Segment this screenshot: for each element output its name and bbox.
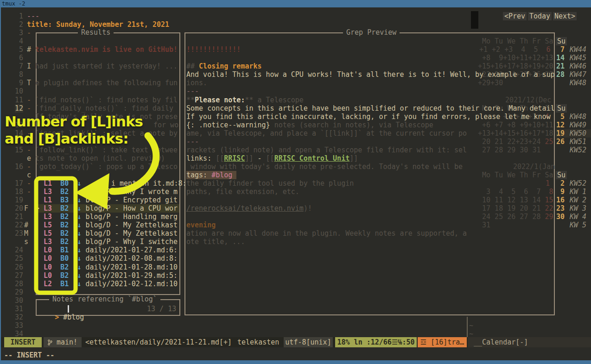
results-bleed-line: `find_notes()` : find notes by fil — [35, 96, 178, 104]
text-segment: 14 — [556, 54, 565, 62]
calendar-sunday-date[interactable]: 30 — [556, 213, 565, 221]
preview-line: links: [[RRISC]] - [[RRISC Control Unit]… — [186, 154, 358, 163]
results-entry[interactable]: L5 B2 ↓ blog/D - My Zettelkast — [35, 221, 178, 229]
calendar-ghost-week-row: +15+16+17+18+19+20 — [478, 62, 553, 70]
results-entry[interactable]: L2 B1 ↓ daily/2021-02-12.md:10 — [35, 280, 178, 288]
text-segment — [232, 171, 236, 179]
text-segment: telekasten.nvim is live on GitHub! — [35, 45, 178, 54]
cmdline-mode-text: -- INSERT -- — [4, 351, 54, 359]
calendar-prev-button[interactable]: <Prev — [503, 12, 527, 20]
text-segment: evening — [186, 221, 216, 229]
text-segment: KW47 — [570, 70, 586, 79]
text-segment: T — [27, 79, 31, 87]
text-segment — [69, 221, 77, 229]
tmux-bottom-border — [0, 360, 591, 364]
text-segment — [52, 221, 60, 229]
calendar-buffer-label: __Calendar[-] — [474, 337, 528, 347]
results-bleed-line: telekasten.nvim is live on GitHub! — [35, 45, 178, 54]
entry-caret — [35, 188, 44, 196]
results-entry[interactable]: L3 B2 ↓ blog/P - Why I switche — [35, 238, 178, 246]
preview-line: --- — [186, 138, 199, 146]
gutter-ghost-char: - — [27, 104, 31, 113]
backlinks-count: B2 — [60, 204, 69, 213]
results-entry[interactable]: L1 B3 ↓ blog/P - Encrypted git — [35, 196, 178, 204]
calendar-week-number: KW51 — [570, 138, 586, 146]
preview-line: --- — [186, 87, 199, 95]
results-bleed-line: had just started it yesterday! ... — [35, 62, 178, 70]
links-count: L3 — [44, 204, 52, 213]
results-entry[interactable]: L0 B0 ↓ daily/2021-02-08.md:8: — [35, 254, 178, 263]
calendar-sunday-date[interactable]: 5 — [556, 113, 565, 121]
results-entry[interactable]: > L3 B2 ↓ blog/P - How a CPU wor — [35, 204, 178, 213]
entry-caret — [35, 280, 44, 288]
entry-name: blog/P - Encrypted git — [85, 196, 178, 204]
links-count: L0 — [44, 263, 52, 271]
text-segment: KW51 — [570, 138, 586, 146]
calendar-sunday-date[interactable]: 9 — [556, 188, 565, 196]
text-segment: #blog — [211, 171, 232, 179]
gutter-number: 29 — [2, 288, 23, 296]
text-segment — [69, 179, 77, 188]
gutter-number: 7 — [2, 62, 23, 70]
down-arrow-icon: ↓ — [77, 213, 81, 221]
gutter-number: 1 — [2, 12, 23, 20]
results-bleed-line: for wo — [153, 121, 178, 129]
prompt-query-input[interactable]: #blog — [63, 313, 84, 321]
links-count: L3 — [44, 188, 52, 196]
results-entry[interactable]: L0 B2 ↓ daily/2021-01-29.md:5: — [35, 271, 178, 280]
calendar-sunday-date[interactable]: 14 — [556, 54, 565, 62]
backlinks-count: B2 — [60, 213, 69, 221]
results-entry[interactable]: L5 B2 ↓ blog/D - My Zettelkast — [35, 229, 178, 238]
results-entry[interactable]: L0 B1 ↓ daily/2021-01-27.md:6: — [35, 246, 178, 254]
text-segment: 1 — [19, 12, 23, 20]
calendar-week-number: KW48 — [570, 113, 586, 121]
results-entry[interactable]: L0 B2 ↓ daily/2021-01-28.md:10 — [35, 263, 178, 271]
prompt-line[interactable]: > #blog — [38, 305, 84, 330]
results-entry[interactable]: L1 B0 ↓ — [35, 179, 81, 188]
gutter-number: 22 — [2, 221, 23, 229]
down-arrow-icon: ↓ — [77, 246, 81, 254]
gutter-number: 23 — [2, 229, 23, 238]
text-segment: 8 — [545, 188, 553, 196]
gutter-number: 2 — [2, 20, 23, 29]
text-segment: 9 — [560, 188, 565, 196]
backlinks-count: B1 — [60, 246, 69, 254]
backlinks-count: B2 — [60, 188, 69, 196]
results-bleed-line: e plugin defines the following fun — [35, 79, 178, 87]
preview-line: And voila! This is how a CPU works! That… — [186, 70, 555, 79]
calendar-sunday-date[interactable]: 23 — [556, 204, 565, 213]
text-segment: KW 1 — [570, 188, 586, 196]
text-segment: 20 21 22+23+24 — [478, 138, 540, 146]
text-segment: 31 — [15, 305, 23, 313]
text-segment — [69, 229, 77, 238]
calendar-sunday-date[interactable]: 19 — [556, 129, 565, 138]
calendar-sunday-date[interactable]: 16 — [556, 196, 565, 204]
calendar-next-button[interactable]: Next> — [553, 12, 577, 20]
calendar-today-button[interactable]: Today — [528, 12, 552, 20]
calendar-sunday-date[interactable]: 26 — [556, 138, 565, 146]
results-entry[interactable]: L3 B2 ↓ blog/P - Handling merg — [35, 213, 178, 221]
gutter-number: 3 — [2, 29, 23, 37]
calendar-sunday-date[interactable]: 12 — [556, 121, 565, 129]
text-segment: Please note: — [195, 96, 245, 104]
entry-caret — [35, 246, 44, 254]
entry-name: daily/2021-01-28.md:10 — [85, 263, 178, 271]
gutter-ghost-char: s — [24, 238, 28, 246]
preview-line: {: .notice--warning} notes (search in no… — [186, 121, 433, 129]
git-branch-icon — [48, 338, 52, 346]
preview-line: If you find this article inaccurate, lac… — [186, 113, 551, 121]
calendar-sunday-date[interactable]: 2 — [556, 179, 565, 188]
calendar-sunday-date[interactable]: 7 — [556, 45, 565, 54]
terminal-screen: tmux -2 <Prev Today Next> Results Grep P… — [0, 0, 591, 364]
links-count: L2 — [44, 280, 52, 288]
tmux-left-border — [0, 7, 1, 364]
links-count: L3 — [44, 213, 52, 221]
results-entry[interactable]: L3 B2 ↓ blog/P - Why I wrote m — [35, 188, 178, 196]
encoding-segment: utf-8[unix] — [284, 337, 333, 347]
text-segment: - — [27, 104, 31, 113]
calendar-sunday-date[interactable]: 28 — [556, 70, 565, 79]
calendar-week-number: KW 1 — [570, 188, 586, 196]
calendar-sunday-date[interactable]: 21 — [556, 62, 565, 70]
text-segment: KW 2 — [570, 196, 586, 204]
entry-name: blog/P - Handling merg — [85, 213, 178, 221]
